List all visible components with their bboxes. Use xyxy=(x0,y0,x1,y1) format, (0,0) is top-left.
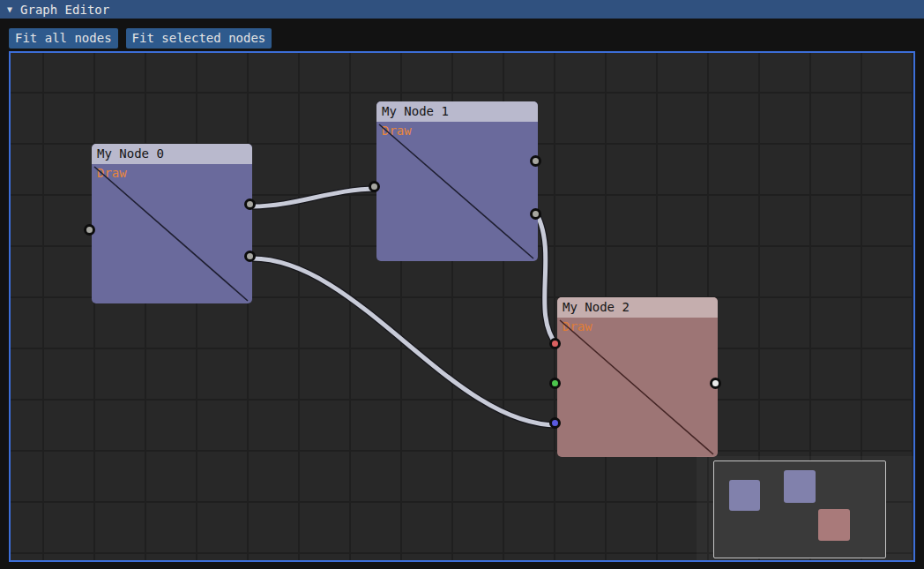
collapse-triangle-icon[interactable]: ▼ xyxy=(7,4,12,14)
minimap-node xyxy=(784,470,816,503)
minimap[interactable] xyxy=(713,460,886,558)
node-title: My Node 1 xyxy=(382,104,449,118)
node-draw-label: Draw xyxy=(97,166,127,180)
node-draw-label: Draw xyxy=(563,319,592,333)
node-draw-label: Draw xyxy=(382,124,412,138)
window-titlebar[interactable]: ▼ Graph Editor xyxy=(0,0,924,19)
pin-output-my-node-0[interactable] xyxy=(244,198,256,210)
node-my-node-2[interactable]: My Node 2Draw xyxy=(557,297,718,457)
link[interactable] xyxy=(252,258,557,425)
node-canvas[interactable]: My Node 0DrawMy Node 1DrawMy Node 2Draw xyxy=(9,51,915,562)
link[interactable] xyxy=(252,189,376,206)
node-header-my-node-2[interactable]: My Node 2 xyxy=(557,297,718,318)
pin-output-my-node-0[interactable] xyxy=(244,251,256,262)
pin-input-my-node-0[interactable] xyxy=(84,224,95,236)
pin-output-my-node-2[interactable] xyxy=(710,378,721,389)
node-my-node-1[interactable]: My Node 1Draw xyxy=(376,101,538,261)
toolbar: Fit all nodes Fit selected nodes xyxy=(9,28,272,49)
node-title: My Node 2 xyxy=(563,300,630,314)
minimap-node xyxy=(818,509,850,541)
fit-all-nodes-button[interactable]: Fit all nodes xyxy=(9,28,118,49)
minimap-node xyxy=(729,480,760,511)
pin-input-green-my-node-2[interactable] xyxy=(549,378,561,389)
pin-input-red-my-node-2[interactable] xyxy=(549,338,561,349)
node-header-my-node-1[interactable]: My Node 1 xyxy=(376,101,538,122)
fit-selected-nodes-button[interactable]: Fit selected nodes xyxy=(126,28,272,49)
pin-output-my-node-1[interactable] xyxy=(530,208,541,220)
pin-input-my-node-1[interactable] xyxy=(369,181,380,192)
pin-output-my-node-1[interactable] xyxy=(530,155,541,167)
node-title: My Node 0 xyxy=(97,146,164,161)
node-header-my-node-0[interactable]: My Node 0 xyxy=(92,144,252,164)
pin-input-blue-my-node-2[interactable] xyxy=(549,417,561,429)
window-title: Graph Editor xyxy=(20,3,109,17)
node-my-node-0[interactable]: My Node 0Draw xyxy=(92,144,252,303)
